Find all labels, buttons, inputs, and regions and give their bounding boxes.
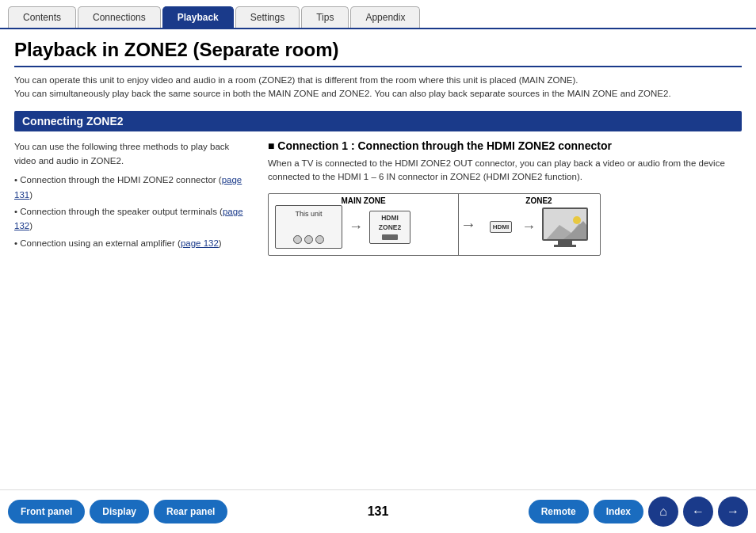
back-button[interactable]: ← [683,497,713,527]
left-intro: You can use the following three methods … [14,139,252,169]
tab-connections[interactable]: Connections [78,6,161,28]
main-zone-label: MAIN ZONE [341,196,385,205]
unit-label: This unit [295,210,322,218]
remote-button[interactable]: Remote [529,500,589,523]
connection-diagram: MAIN ZONE This unit → [268,193,601,256]
rear-panel-button[interactable]: Rear panel [154,500,227,523]
two-column-layout: You can use the following three methods … [14,139,742,257]
zone2-inner: HDMI → ♪ [490,207,588,247]
list-item: Connection through the HDMI ZONE2 connec… [14,173,252,202]
svg-point-3 [573,216,581,224]
home-icon: ⌂ [659,504,667,519]
link-page131[interactable]: page 131 [14,175,242,199]
hdmi-zone2-unit: HDMIZONE2 [369,211,410,244]
tv-screen: ♪♫ [542,207,588,241]
tab-playback[interactable]: Playback [162,6,234,28]
main-zone-section: MAIN ZONE This unit → [269,194,459,255]
arrow-1: → [349,219,363,235]
connector-3 [315,235,324,244]
hdmi-out-port [382,234,398,240]
connector-1 [293,235,302,244]
link-page132b[interactable]: page 132 [181,238,219,248]
zone2-section: ZONE2 HDMI → [478,194,600,255]
tv-image [544,209,588,241]
forward-icon: → [727,504,739,519]
receiver-unit: This unit [275,205,342,249]
page-number: 131 [240,504,515,519]
list-item: Connection using an external amplifier (… [14,236,252,250]
right-column: Connection 1 : Connection through the HD… [268,139,742,257]
forward-button[interactable]: → [718,497,748,527]
receiver-connectors [293,235,324,244]
tab-contents[interactable]: Contents [8,6,76,28]
index-button[interactable]: Index [594,500,643,523]
tab-appendix[interactable]: Appendix [350,6,420,28]
page-title: Playback in ZONE2 (Separate room) [14,39,742,67]
left-column: You can use the following three methods … [14,139,252,257]
arrow-2: → [521,219,536,235]
arrow-between-zones: → [460,215,476,234]
intro-text: You can operate this unit to enjoy video… [14,74,742,101]
tv-base [554,245,576,247]
hdmi-zone2-label: HDMIZONE2 [379,214,401,231]
list-item: Connection through the speaker output te… [14,204,252,234]
tv-unit: ♪♫ [542,207,588,247]
tab-tips[interactable]: Tips [301,6,349,28]
zone-connector-arrow: → [459,194,478,255]
connector-2 [304,235,313,244]
zone2-label: ZONE2 [525,196,552,205]
section-header: Connecting ZONE2 [14,111,742,131]
connection1-desc: When a TV is connected to the HDMI ZONE2… [268,157,742,185]
tab-settings[interactable]: Settings [235,6,300,28]
display-button[interactable]: Display [90,500,149,523]
home-button[interactable]: ⌂ [648,497,678,527]
footer: Front panel Display Rear panel 131 Remot… [0,489,756,533]
main-content: Playback in ZONE2 (Separate room) You ca… [0,29,756,262]
back-icon: ← [692,504,704,519]
hdmi-label: HDMI [490,221,512,233]
connection1-title: Connection 1 : Connection through the HD… [268,139,742,152]
front-panel-button[interactable]: Front panel [8,500,85,523]
link-page132a[interactable]: page 132 [14,207,243,230]
connection-list: Connection through the HDMI ZONE2 connec… [14,173,252,250]
main-zone-inner: This unit → HDMIZONE2 [275,205,452,249]
nav-tabs: Contents Connections Playback Settings T… [0,0,756,29]
